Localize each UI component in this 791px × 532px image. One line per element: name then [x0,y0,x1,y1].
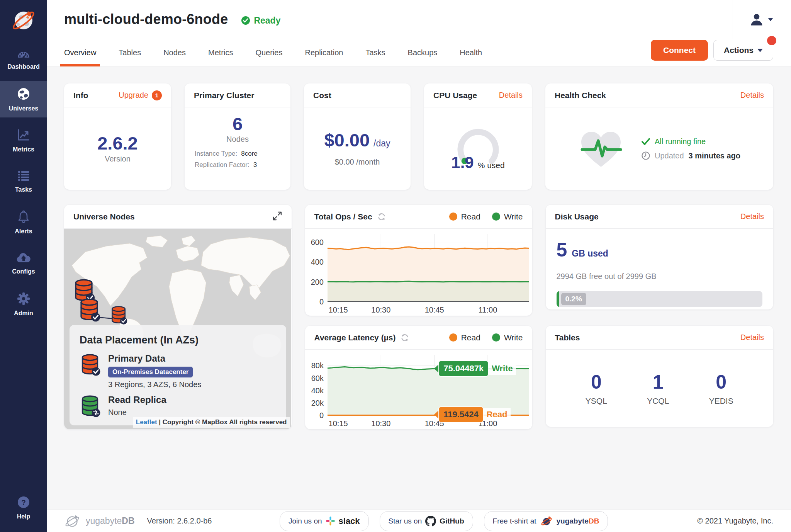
node-marker-primary[interactable] [78,297,100,324]
disk-used-value: 5 [557,239,567,261]
tab-queries[interactable]: Queries [255,39,282,66]
tab-tables[interactable]: Tables [119,39,141,66]
yedis-value: 0 [716,371,726,393]
notification-dot [767,36,776,45]
tables-details-link[interactable]: Details [740,333,764,342]
actions-button[interactable]: Actions [713,40,773,61]
sidebar-item-dashboard[interactable]: Dashboard [0,40,47,76]
health-details-link[interactable]: Details [740,91,764,100]
user-menu[interactable] [733,0,773,39]
instance-type-value: 8core [241,150,258,158]
nodes-label: Nodes [226,135,249,144]
svg-text:0: 0 [319,297,323,306]
heartbeat-icon [578,128,624,169]
footer-version: Version: 2.6.2.0-b6 [147,517,212,525]
primary-cluster-card: Primary Cluster 6 Nodes Instance Type: 8… [185,83,290,190]
chart-tooltip: 119.5424Read [434,407,510,422]
replication-factor-row: Replication Factor: 3 [195,161,280,169]
sidebar-item-universes[interactable]: Universes [0,81,47,117]
legend-write: Write [492,212,523,221]
slack-button[interactable]: Join us on slack [280,511,369,531]
sidebar-item-tasks[interactable]: Tasks [0,163,47,199]
total-ops-chart[interactable]: 020040060010:1510:3010:4511:00 [305,229,532,316]
refresh-icon[interactable] [377,212,386,221]
yedis-label: YEDIS [709,396,733,406]
sidebar-item-admin[interactable]: Admin [0,286,47,322]
yugabyte-planet-icon [540,515,553,528]
svg-text:10:15: 10:15 [328,419,348,428]
cost-per-day: $0.00 [324,131,370,150]
yedis-count: 0 YEDIS [709,371,733,406]
svg-text:?: ? [21,498,26,507]
map-attribution: Leaflet | Copyright © MapBox All rights … [133,417,290,428]
sidebar-item-metrics[interactable]: Metrics [0,122,47,158]
data-placement-panel: Data Placement (In AZs) Primary Data On-… [70,325,286,425]
sidebar-item-label: Metrics [13,146,34,153]
tab-overview[interactable]: Overview [64,39,96,66]
replication-factor-value: 3 [253,161,257,169]
universe-nodes-title: Universe Nodes [73,212,135,221]
svg-text:400: 400 [311,258,323,266]
disk-free-text: 2994 GB free out of 2999 GB [557,272,763,281]
read-replica-row: Read Replica None [80,394,276,418]
slack-icon [326,516,335,526]
footer-brand: yugabyteDB [86,516,135,526]
svg-text:80k: 80k [311,361,324,370]
sidebar-item-configs[interactable]: Configs [0,245,47,281]
svg-text:10:30: 10:30 [371,306,390,314]
primary-cluster-title: Primary Cluster [194,91,254,100]
user-avatar-icon [749,12,764,27]
disk-percent-badge: 0.2% [561,293,586,305]
upgrade-count-badge: 1 [152,90,162,100]
planet-rocket-logo-icon [11,7,36,33]
svg-text:20k: 20k [311,399,324,407]
refresh-icon[interactable] [400,333,409,342]
world-map[interactable]: Data Placement (In AZs) Primary Data On-… [64,229,292,429]
sidebar-item-help[interactable]: ? Help [0,490,47,526]
upgrade-link[interactable]: Upgrade 1 [119,90,162,100]
github-icon [425,516,436,527]
yugabyte-footer-logo-icon [64,513,80,529]
tshirt-button[interactable]: Free t-shirt at yugabyteDB [484,511,608,531]
ysql-count: 0 YSQL [586,371,607,406]
data-placement-title: Data Placement (In AZs) [80,334,276,346]
connect-button[interactable]: Connect [651,40,708,61]
cost-card: Cost $0.00 /day $0.00 /month [304,83,411,190]
yugabyte-logo[interactable] [0,0,47,40]
tab-health[interactable]: Health [460,39,482,66]
github-prefix: Star us on [389,517,422,525]
sidebar-item-alerts[interactable]: Alerts [0,204,47,240]
github-label: GitHub [440,517,464,525]
svg-text:200: 200 [311,278,323,286]
read-replica-label: Read Replica [108,394,166,405]
github-button[interactable]: Star us on GitHub [380,511,473,531]
disk-usage-bar: 0.2% [557,291,763,307]
average-latency-chart[interactable]: 020k40k60k80k10:1510:3010:4511:0075.0448… [305,350,532,429]
status-badge: Ready [241,15,280,26]
chart-legend: Read Write [449,212,523,221]
node-marker-primary[interactable] [110,305,127,326]
info-card: Info Upgrade 1 2.6.2 Version [64,83,171,190]
tab-metrics[interactable]: Metrics [208,39,233,66]
svg-text:40k: 40k [311,386,324,395]
universe-title: multi-cloud-demo-6node [64,11,228,27]
tab-replication[interactable]: Replication [305,39,343,66]
svg-text:10:15: 10:15 [328,306,348,314]
tab-backups[interactable]: Backups [408,39,438,66]
primary-data-row: Primary Data On-Premises Datacenter 3 Re… [80,353,276,389]
read-dot-icon [449,212,457,221]
tab-nodes[interactable]: Nodes [163,39,186,66]
expand-icon[interactable] [272,211,282,223]
health-check-card: Health Check Details All running fine [545,83,773,190]
tables-card: Tables Details 0 YSQL 1 YCQL [546,326,774,427]
datacenter-badge: On-Premises Datacenter [108,367,193,377]
leaflet-link[interactable]: Leaflet [136,418,157,426]
disk-details-link[interactable]: Details [740,212,764,221]
sidebar-item-label: Admin [14,310,33,317]
universe-tabs: Overview Tables Nodes Metrics Queries Re… [64,39,482,66]
ycql-value: 1 [653,371,664,393]
tab-tasks[interactable]: Tasks [365,39,385,66]
globe-icon [17,87,31,102]
health-card-title: Health Check [555,91,606,100]
cpu-details-link[interactable]: Details [499,91,523,100]
